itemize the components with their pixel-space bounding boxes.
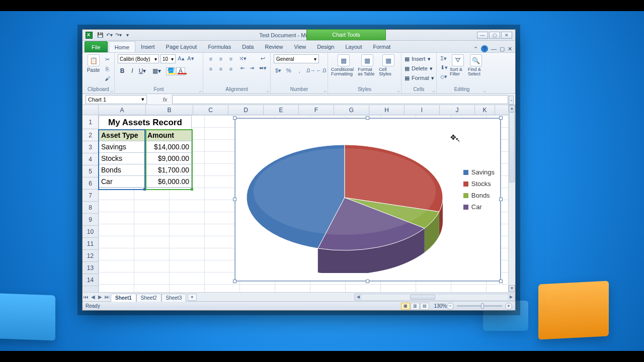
row-header[interactable]: 7 — [83, 190, 98, 202]
close-button[interactable]: ✕ — [501, 32, 512, 39]
row-header[interactable]: 6 — [83, 177, 98, 190]
underline-button[interactable]: U▾ — [138, 67, 147, 75]
column-header[interactable]: B — [146, 105, 193, 115]
zoom-out-button[interactable]: − — [447, 303, 454, 310]
cells-delete-button[interactable]: ▦ Delete▾ — [405, 64, 433, 73]
alignment-buttons[interactable]: ≡≡≡≡≡≡ — [206, 54, 235, 73]
number-format-select[interactable]: General▾ — [274, 54, 319, 63]
row-header[interactable]: 9 — [83, 214, 98, 226]
tab-view[interactable]: View — [289, 41, 312, 52]
customize-qat[interactable]: ▾ — [123, 31, 132, 39]
column-header[interactable]: G — [334, 105, 369, 115]
column-header[interactable]: D — [228, 105, 264, 115]
font-size-select[interactable]: 10▾ — [160, 54, 176, 63]
column-header[interactable]: E — [264, 105, 299, 115]
increase-indent-icon[interactable]: ⇥ — [248, 64, 256, 72]
orientation-icon[interactable]: ⤭▾ — [238, 54, 247, 62]
zoom-in-button[interactable]: + — [505, 303, 512, 310]
expand-formula-bar-icon[interactable]: ⌄ — [509, 96, 514, 105]
legend-item[interactable]: Car — [463, 203, 495, 211]
row-header[interactable]: 11 — [83, 238, 98, 250]
comma-format-icon[interactable]: , — [295, 67, 304, 74]
format-as-table-button[interactable]: ▦ Format as Table — [358, 54, 377, 76]
bold-button[interactable]: B — [118, 67, 127, 75]
cancel-formula-icon[interactable] — [148, 96, 158, 104]
zoom-level[interactable]: 130% — [434, 303, 447, 309]
accounting-format-icon[interactable]: $▾ — [274, 67, 283, 74]
sheet-tab[interactable]: Sheet3 — [162, 294, 187, 302]
fill-icon[interactable]: ⬇▾ — [440, 63, 448, 71]
tab-formulas[interactable]: Formulas — [202, 41, 236, 52]
minimize-ribbon-icon[interactable]: ⌃ — [473, 46, 478, 52]
conditional-formatting-button[interactable]: ▦ Conditional Formatting — [331, 54, 356, 76]
tab-nav-last-icon[interactable]: ⏭ — [104, 294, 111, 300]
border-button[interactable]: ▦▾ — [152, 67, 161, 75]
wrap-text-icon[interactable]: ↩ — [259, 54, 267, 62]
legend-item[interactable]: Bonds — [463, 192, 495, 199]
row-header[interactable]: 2 — [83, 129, 98, 141]
row-header[interactable]: 12 — [83, 250, 98, 262]
cells-format-button[interactable]: ▦ Format▾ — [405, 73, 434, 82]
page-layout-view-button[interactable]: ▥ — [411, 303, 420, 310]
font-color-button[interactable]: A — [176, 67, 185, 75]
page-break-view-button[interactable]: ▤ — [420, 303, 429, 310]
row-header[interactable]: 4 — [83, 153, 98, 165]
chart-legend[interactable]: SavingsStocksBondsCar — [463, 168, 495, 215]
row-header[interactable]: 3 — [83, 141, 98, 153]
paste-button[interactable]: 📋 Paste — [86, 54, 101, 73]
column-header[interactable]: A — [99, 105, 146, 115]
name-box[interactable]: Chart 1▾ — [86, 95, 147, 104]
scroll-left-button[interactable]: ◀ — [355, 294, 362, 300]
cells-insert-button[interactable]: ▦ Insert▾ — [405, 54, 431, 63]
row-headers[interactable]: 1234567891011121314 — [83, 115, 99, 292]
tab-nav-next-icon[interactable]: ▶ — [97, 294, 104, 300]
sheet-tab[interactable]: Sheet2 — [136, 294, 162, 302]
row-header[interactable]: 5 — [83, 165, 98, 177]
scroll-thumb[interactable] — [509, 112, 515, 183]
scroll-thumb[interactable] — [410, 295, 435, 300]
column-header[interactable]: I — [405, 105, 440, 115]
redo-button[interactable]: ↷▾ — [114, 31, 123, 39]
doc-close-icon[interactable]: ✕ — [508, 46, 512, 52]
tab-nav-prev-icon[interactable]: ◀ — [90, 294, 97, 300]
cell-styles-button[interactable]: ▦ Cell Styles — [379, 54, 398, 76]
chart-object[interactable]: SavingsStocksBondsCar ✥↖ — [234, 118, 501, 282]
row-header[interactable]: 13 — [83, 262, 98, 274]
autosum-icon[interactable]: Σ▾ — [440, 54, 448, 62]
increase-decimal-icon[interactable]: .0→ — [305, 67, 314, 74]
tab-nav-first-icon[interactable]: ⏮ — [83, 294, 90, 300]
column-header[interactable]: F — [299, 105, 334, 115]
tab-file[interactable]: File — [85, 41, 108, 52]
doc-minimize-icon[interactable]: — — [491, 46, 497, 52]
row-header[interactable]: 1 — [83, 115, 98, 129]
vertical-scrollbar[interactable]: ▲ ▼ — [508, 105, 515, 292]
copy-icon[interactable]: ⎘ — [103, 65, 111, 73]
help-icon[interactable]: ? — [481, 45, 488, 52]
scroll-up-button[interactable]: ▲ — [509, 105, 515, 112]
worksheet-area[interactable]: ABCDEFGHIJK 1234567891011121314 My Asset… — [83, 105, 515, 292]
scroll-down-button[interactable]: ▼ — [509, 285, 515, 292]
new-sheet-button[interactable]: ✦ — [188, 294, 197, 301]
tab-insert[interactable]: Insert — [135, 41, 160, 52]
row-header[interactable]: 10 — [83, 226, 98, 238]
tab-layout[interactable]: Layout — [340, 41, 367, 52]
maximize-button[interactable]: ▢ — [489, 32, 500, 39]
cut-icon[interactable]: ✂ — [103, 55, 111, 63]
normal-view-button[interactable]: ▦ — [401, 303, 410, 310]
scroll-right-button[interactable]: ▶ — [508, 294, 515, 300]
legend-item[interactable]: Stocks — [463, 180, 495, 188]
tab-review[interactable]: Review — [259, 41, 288, 52]
minimize-button[interactable]: — — [477, 32, 488, 39]
decrease-indent-icon[interactable]: ⇤ — [238, 64, 247, 72]
select-all-corner[interactable] — [83, 105, 99, 115]
tab-design[interactable]: Design — [311, 41, 340, 52]
clear-icon[interactable]: ◇▾ — [440, 72, 448, 80]
format-painter-icon[interactable]: 🖌 — [103, 74, 111, 82]
italic-button[interactable]: I — [128, 67, 137, 75]
tab-format[interactable]: Format — [367, 41, 396, 52]
column-headers[interactable]: ABCDEFGHIJK — [99, 105, 508, 115]
decrease-decimal-icon[interactable]: ←.0 — [316, 67, 325, 74]
horizontal-scrollbar[interactable]: ◀ ▶ — [354, 294, 515, 301]
save-button[interactable]: 💾 — [96, 31, 105, 39]
font-name-select[interactable]: Calibri (Body)▾ — [118, 54, 159, 63]
